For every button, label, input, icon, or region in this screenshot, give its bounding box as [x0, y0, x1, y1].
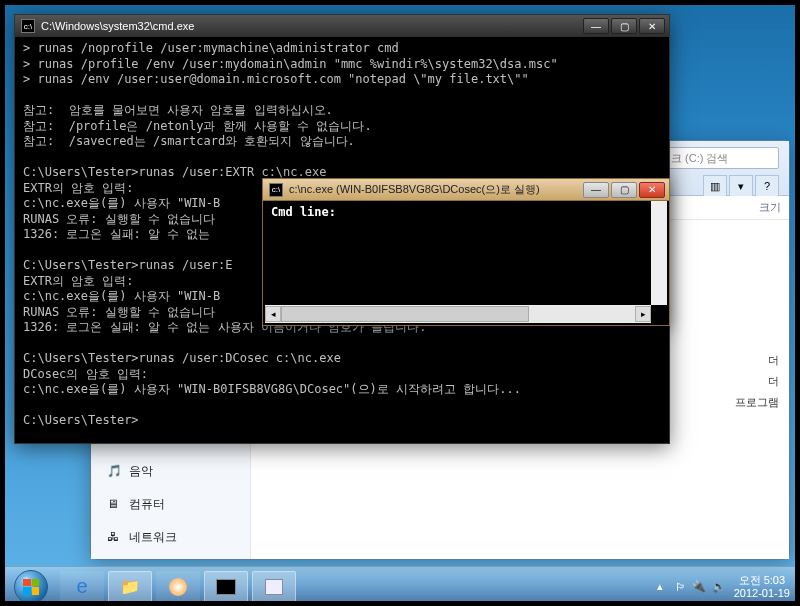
- cmd-icon: c:\: [21, 19, 35, 33]
- minimize-button[interactable]: —: [583, 182, 609, 198]
- ie-icon: e: [76, 575, 87, 598]
- clock-time: 오전 5:03: [734, 574, 790, 587]
- taskbar-item-wmp[interactable]: [156, 571, 200, 603]
- nc-window[interactable]: c:\ c:\nc.exe (WIN-B0IFSB8VG8G\DCosec(으)…: [262, 178, 670, 326]
- music-icon: 🎵: [107, 464, 123, 480]
- power-icon[interactable]: 🔌: [692, 580, 706, 593]
- scroll-thumb[interactable]: [281, 306, 529, 322]
- taskbar-item-app[interactable]: [252, 571, 296, 603]
- scroll-left-icon[interactable]: ◂: [265, 306, 281, 322]
- view-dropdown[interactable]: ▾: [729, 175, 753, 197]
- nc-title: c:\nc.exe (WIN-B0IFSB8VG8G\DCosec(으)로 실행…: [289, 182, 577, 197]
- window-buttons: — ▢ ✕: [583, 182, 665, 198]
- cmd-icon: [216, 579, 236, 595]
- tray-chevron-icon[interactable]: ▴: [653, 580, 667, 594]
- maximize-button[interactable]: ▢: [611, 182, 637, 198]
- taskbar-item-explorer[interactable]: 📁: [108, 571, 152, 603]
- cmd-icon: c:\: [269, 183, 283, 197]
- scroll-right-icon[interactable]: ▸: [635, 306, 651, 322]
- window-buttons: — ▢ ✕: [583, 18, 665, 34]
- folder-icon: 📁: [120, 577, 140, 596]
- sidebar-item-label: 음악: [129, 463, 153, 480]
- clock-date: 2012-01-19: [734, 587, 790, 600]
- cmd-title: C:\Windows\system32\cmd.exe: [41, 20, 577, 32]
- nc-console[interactable]: Cmd line:: [265, 201, 651, 305]
- clock[interactable]: 오전 5:03 2012-01-19: [734, 574, 790, 600]
- sidebar-item-music[interactable]: 🎵 음악: [91, 460, 250, 483]
- volume-icon[interactable]: 🔈: [712, 580, 726, 593]
- system-tray: ▴ 🏳 🔌 🔈 오전 5:03 2012-01-19: [653, 574, 796, 600]
- scroll-track[interactable]: [281, 306, 635, 322]
- close-button[interactable]: ✕: [639, 18, 665, 34]
- sidebar-item-computer[interactable]: 🖥 컴퓨터: [91, 493, 250, 516]
- cmd-titlebar[interactable]: c:\ C:\Windows\system32\cmd.exe — ▢ ✕: [15, 15, 669, 37]
- maximize-button[interactable]: ▢: [611, 18, 637, 34]
- search-input[interactable]: 크 (C:) 검색: [664, 147, 779, 169]
- sidebar-item-network[interactable]: 🖧 네트워크: [91, 526, 250, 549]
- taskbar-item-cmd[interactable]: [204, 571, 248, 603]
- scrollbar-vertical[interactable]: [651, 201, 667, 305]
- taskbar: e 📁 ▴ 🏳 🔌 🔈 오전 5:03 2012-01-19: [0, 566, 800, 606]
- view-button[interactable]: ▥: [703, 175, 727, 197]
- explorer-toolbar: ▥ ▾ ?: [703, 175, 779, 197]
- start-button[interactable]: [4, 568, 58, 606]
- app-icon: [265, 579, 283, 595]
- computer-icon: 🖥: [107, 497, 123, 513]
- taskbar-item-ie[interactable]: e: [60, 571, 104, 603]
- sidebar-item-label: 네트워크: [129, 529, 177, 546]
- close-button[interactable]: ✕: [639, 182, 665, 198]
- nc-titlebar[interactable]: c:\ c:\nc.exe (WIN-B0IFSB8VG8G\DCosec(으)…: [263, 179, 669, 201]
- sidebar-item-label: 컴퓨터: [129, 496, 165, 513]
- wmp-icon: [169, 578, 187, 596]
- network-icon: 🖧: [107, 530, 123, 546]
- windows-logo-icon: [14, 570, 48, 604]
- scrollbar-horizontal[interactable]: ◂ ▸: [265, 305, 651, 323]
- help-button[interactable]: ?: [755, 175, 779, 197]
- minimize-button[interactable]: —: [583, 18, 609, 34]
- search-placeholder: 크 (C:) 검색: [671, 151, 728, 166]
- flag-icon[interactable]: 🏳: [675, 581, 686, 593]
